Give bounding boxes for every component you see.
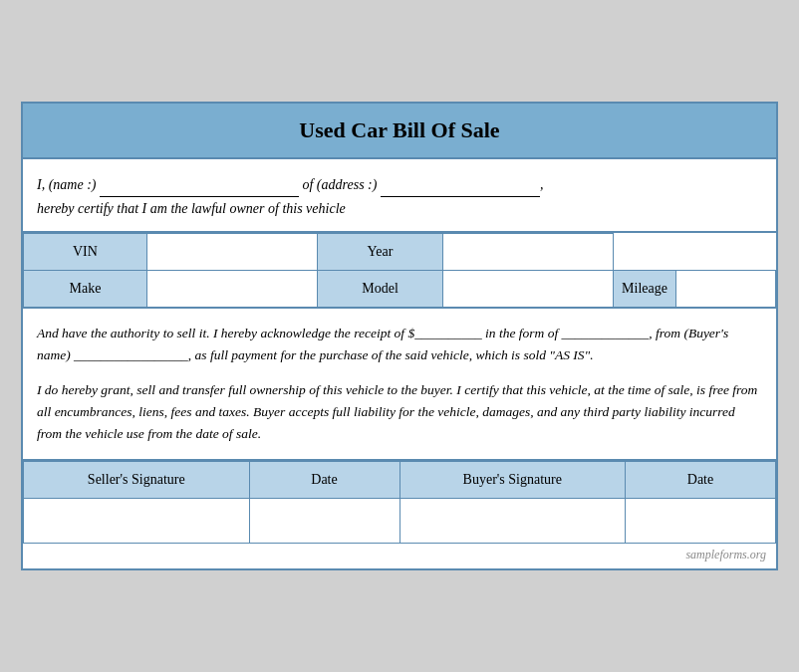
model-value bbox=[442, 271, 613, 309]
buyer-signature-header: Buyer's Signature bbox=[400, 462, 626, 499]
document-container: Used Car Bill Of Sale I, (name :) of (ad… bbox=[21, 102, 778, 571]
title-bar: Used Car Bill Of Sale bbox=[23, 104, 776, 159]
watermark: sampleforms.org bbox=[23, 544, 776, 568]
seller-signature-value bbox=[24, 499, 250, 544]
seller-date-value bbox=[249, 499, 400, 544]
owner-section: I, (name :) of (address :) , hereby cert… bbox=[23, 159, 776, 234]
watermark-text: sampleforms.org bbox=[685, 548, 766, 561]
make-value bbox=[146, 271, 317, 309]
document-title: Used Car Bill Of Sale bbox=[33, 117, 766, 143]
owner-line2: hereby certify that I am the lawful owne… bbox=[37, 197, 762, 221]
body-text-section: And have the authority to sell it. I her… bbox=[23, 309, 776, 461]
make-header: Make bbox=[24, 271, 147, 309]
address-field bbox=[381, 173, 540, 198]
seller-date-header: Date bbox=[249, 462, 400, 499]
year-header: Year bbox=[318, 234, 443, 271]
name-field bbox=[100, 173, 299, 198]
address-prefix-label: of (address :) bbox=[302, 177, 377, 192]
vin-value bbox=[146, 234, 317, 271]
name-prefix-label: I, (name :) bbox=[37, 177, 96, 192]
vin-header: VIN bbox=[24, 234, 147, 271]
buyer-signature-value bbox=[400, 499, 626, 544]
vehicle-info-table: VIN Year Make Model Mileage bbox=[23, 233, 776, 309]
owner-line1: I, (name :) of (address :) , bbox=[37, 173, 762, 198]
model-header: Model bbox=[318, 271, 443, 309]
mileage-header: Mileage bbox=[614, 271, 676, 309]
seller-signature-header: Seller's Signature bbox=[24, 462, 250, 499]
buyer-date-header: Date bbox=[626, 462, 776, 499]
mileage-value bbox=[675, 271, 775, 309]
year-value bbox=[442, 234, 613, 271]
body-paragraph-1: And have the authority to sell it. I her… bbox=[37, 323, 762, 367]
body-paragraph-2: I do hereby grant, sell and transfer ful… bbox=[37, 379, 762, 446]
buyer-date-value bbox=[626, 499, 776, 544]
signature-table: Seller's Signature Date Buyer's Signatur… bbox=[23, 461, 776, 544]
